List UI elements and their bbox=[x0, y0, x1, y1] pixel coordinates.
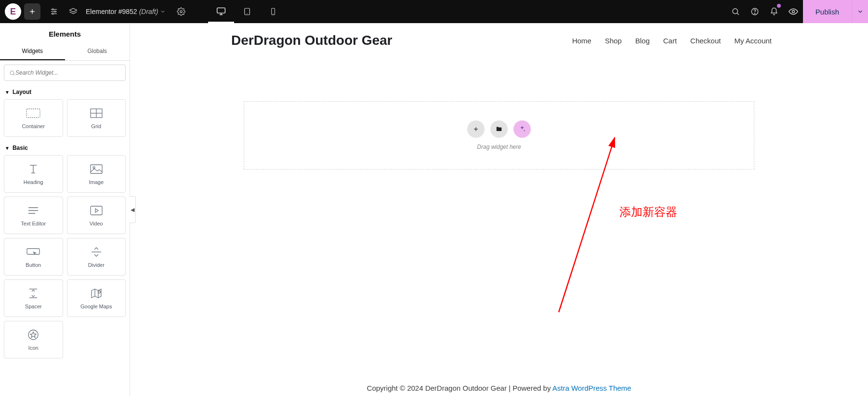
chevron-down-icon bbox=[160, 9, 166, 14]
svg-point-3 bbox=[52, 9, 53, 10]
svg-marker-47 bbox=[30, 332, 36, 338]
svg-point-22 bbox=[10, 71, 14, 75]
add-container-button[interactable] bbox=[467, 120, 485, 138]
widget-google-maps[interactable]: Google Maps bbox=[67, 279, 126, 317]
footer-theme-link[interactable]: Astra WordPress Theme bbox=[552, 384, 631, 392]
site-nav: Home Shop Blog Cart Checkout My Account bbox=[572, 37, 772, 45]
section-layout-header[interactable]: ▼ Layout bbox=[0, 85, 130, 97]
svg-rect-24 bbox=[26, 109, 40, 118]
svg-rect-31 bbox=[91, 165, 102, 173]
svg-point-5 bbox=[54, 11, 56, 13]
tab-widgets[interactable]: Widgets bbox=[0, 43, 65, 60]
svg-marker-42 bbox=[92, 289, 101, 298]
publish-button[interactable]: Publish bbox=[803, 0, 852, 23]
footer-text: Copyright © 2024 DerDragon Outdoor Gear … bbox=[367, 384, 552, 392]
help-icon[interactable] bbox=[745, 0, 764, 23]
nav-blog[interactable]: Blog bbox=[635, 37, 650, 45]
svg-point-7 bbox=[52, 13, 53, 14]
elements-panel: Elements Widgets Globals ▼ Layout Contai… bbox=[0, 23, 130, 396]
notification-dot bbox=[777, 4, 781, 8]
svg-point-20 bbox=[754, 13, 755, 13]
caret-down-icon: ▼ bbox=[5, 145, 10, 151]
annotation-label: 添加新容器 bbox=[619, 204, 677, 220]
svg-point-32 bbox=[93, 167, 95, 169]
widget-button[interactable]: Button bbox=[4, 238, 63, 276]
svg-point-17 bbox=[733, 9, 738, 14]
responsive-devices bbox=[208, 0, 286, 23]
grid-icon bbox=[90, 107, 103, 119]
divider-icon bbox=[91, 246, 102, 258]
device-tablet[interactable] bbox=[234, 0, 260, 23]
spacer-icon bbox=[27, 287, 39, 300]
nav-home[interactable]: Home bbox=[572, 37, 592, 45]
text-editor-icon bbox=[27, 204, 39, 217]
document-title[interactable]: Elementor #9852 (Draft) bbox=[83, 8, 169, 15]
widget-divider[interactable]: Divider bbox=[67, 238, 126, 276]
search-widget-box[interactable] bbox=[4, 65, 126, 81]
device-mobile[interactable] bbox=[260, 0, 286, 23]
widget-icon[interactable]: Icon bbox=[4, 321, 63, 358]
nav-account[interactable]: My Account bbox=[734, 37, 772, 45]
panel-title: Elements bbox=[0, 23, 130, 43]
structure-icon[interactable] bbox=[64, 0, 83, 23]
empty-section-drop-area[interactable]: Drag widget here bbox=[244, 101, 754, 170]
heading-icon bbox=[27, 163, 39, 175]
doc-name: Elementor #9852 bbox=[86, 8, 137, 15]
svg-marker-37 bbox=[95, 209, 98, 212]
add-element-button[interactable] bbox=[24, 3, 40, 20]
widget-text-editor[interactable]: Text Editor bbox=[4, 197, 63, 234]
search-icon bbox=[9, 70, 15, 76]
svg-rect-38 bbox=[27, 249, 39, 254]
finder-search-icon[interactable] bbox=[726, 0, 745, 23]
image-icon bbox=[90, 163, 103, 175]
svg-line-18 bbox=[737, 13, 738, 14]
map-icon bbox=[91, 287, 102, 300]
svg-rect-10 bbox=[217, 8, 225, 13]
button-icon bbox=[26, 246, 40, 258]
widget-video[interactable]: Video bbox=[67, 197, 126, 234]
publish-options-chevron[interactable] bbox=[852, 0, 868, 23]
video-icon bbox=[90, 204, 103, 217]
nav-shop[interactable]: Shop bbox=[605, 37, 622, 45]
doc-status: (Draft) bbox=[139, 8, 158, 15]
site-title[interactable]: DerDragon Outdoor Gear bbox=[231, 33, 392, 48]
svg-point-9 bbox=[180, 11, 183, 13]
svg-marker-8 bbox=[70, 8, 77, 12]
preview-icon[interactable] bbox=[784, 0, 803, 23]
preview-canvas: DerDragon Outdoor Gear Home Shop Blog Ca… bbox=[130, 23, 868, 396]
svg-rect-36 bbox=[91, 206, 102, 215]
svg-point-21 bbox=[792, 11, 794, 13]
widget-image[interactable]: Image bbox=[67, 155, 126, 193]
site-footer: Copyright © 2024 DerDragon Outdoor Gear … bbox=[130, 379, 868, 396]
svg-line-23 bbox=[13, 74, 14, 75]
nav-checkout[interactable]: Checkout bbox=[690, 37, 721, 45]
section-basic-header[interactable]: ▼ Basic bbox=[0, 141, 130, 153]
elementor-logo[interactable]: E bbox=[5, 3, 21, 20]
tab-globals[interactable]: Globals bbox=[65, 43, 130, 60]
template-library-button[interactable] bbox=[490, 120, 508, 138]
ai-generate-button[interactable] bbox=[513, 120, 531, 138]
container-icon bbox=[26, 107, 40, 119]
drop-hint: Drag widget here bbox=[477, 144, 521, 150]
device-desktop[interactable] bbox=[208, 0, 234, 23]
page-settings-icon[interactable] bbox=[171, 0, 191, 23]
nav-cart[interactable]: Cart bbox=[663, 37, 677, 45]
site-header: DerDragon Outdoor Gear Home Shop Blog Ca… bbox=[130, 23, 868, 58]
star-icon bbox=[27, 329, 39, 341]
panel-tabs: Widgets Globals bbox=[0, 43, 130, 61]
widget-spacer[interactable]: Spacer bbox=[4, 279, 63, 317]
caret-down-icon: ▼ bbox=[5, 90, 10, 95]
site-settings-icon[interactable] bbox=[44, 0, 64, 23]
topbar: E Elementor #9852 (Draft) bbox=[0, 0, 868, 23]
widget-heading[interactable]: Heading bbox=[4, 155, 63, 193]
widget-grid[interactable]: Grid bbox=[67, 99, 126, 137]
widget-container[interactable]: Container bbox=[4, 99, 63, 137]
search-input[interactable] bbox=[15, 69, 120, 76]
notifications-icon[interactable] bbox=[764, 0, 784, 23]
